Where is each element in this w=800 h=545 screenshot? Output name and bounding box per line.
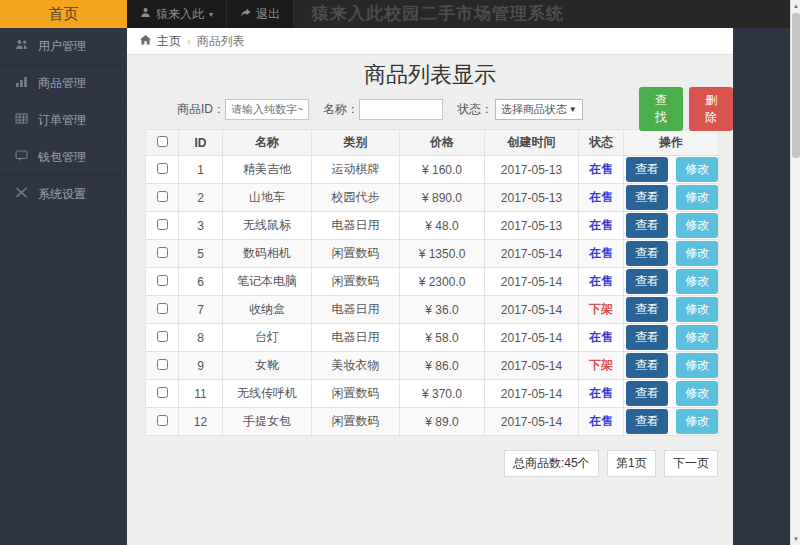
view-button[interactable]: 查看	[626, 185, 668, 210]
view-button[interactable]: 查看	[626, 213, 668, 238]
edit-button[interactable]: 修改	[676, 353, 718, 378]
status-select-value: 选择商品状态	[501, 102, 567, 117]
scroll-down-icon[interactable]: ▼	[791, 533, 800, 545]
search-button[interactable]: 查找	[639, 87, 683, 131]
nav-home-button[interactable]: 首页	[0, 0, 127, 28]
scrollbar-thumb[interactable]	[792, 13, 800, 158]
table-body: 1 精美吉他 运动棋牌 ¥ 160.0 2017-05-13 在售 查看 修改 …	[146, 156, 719, 436]
row-checkbox[interactable]	[157, 275, 168, 286]
sidebar-item-wallet[interactable]: 钱包管理	[0, 139, 127, 176]
goods-table: ID 名称 类别 价格 创建时间 状态 操作 1 精美吉他 运动棋牌 ¥ 160…	[145, 129, 719, 436]
user-dropdown[interactable]: 猿来入此 ▾	[127, 0, 227, 28]
scrollbar[interactable]: ▲ ▼	[790, 0, 800, 545]
cell-category: 电器日用	[312, 212, 400, 240]
cell-price: ¥ 86.0	[400, 352, 485, 380]
row-checkbox[interactable]	[157, 387, 168, 398]
header-actions: 操作	[624, 130, 719, 156]
header-category: 类别	[312, 130, 400, 156]
cell-id: 1	[179, 156, 223, 184]
cell-id: 11	[179, 380, 223, 408]
shuffle-icon	[15, 186, 28, 202]
nav-menu: 猿来入此 ▾ 退出	[127, 0, 294, 28]
table-row: 1 精美吉他 运动棋牌 ¥ 160.0 2017-05-13 在售 查看 修改	[146, 156, 719, 184]
select-all-checkbox[interactable]	[157, 136, 168, 147]
app-title: 猿来入此校园二手市场管理系统	[312, 0, 564, 28]
logout-button[interactable]: 退出	[227, 0, 294, 28]
sidebar-item-settings[interactable]: 系统设置	[0, 176, 127, 213]
cell-name: 无线传呼机	[223, 380, 312, 408]
cell-name: 收纳盒	[223, 296, 312, 324]
cell-price: ¥ 48.0	[400, 212, 485, 240]
edit-button[interactable]: 修改	[676, 325, 718, 350]
view-button[interactable]: 查看	[626, 157, 668, 182]
edit-button[interactable]: 修改	[676, 409, 718, 434]
table-row: 3 无线鼠标 电器日用 ¥ 48.0 2017-05-13 在售 查看 修改	[146, 212, 719, 240]
cell-created: 2017-05-14	[485, 268, 579, 296]
sidebar-item-label: 用户管理	[38, 38, 86, 55]
cell-id: 5	[179, 240, 223, 268]
sidebar-item-orders[interactable]: 订单管理	[0, 102, 127, 139]
page-title: 商品列表显示	[127, 62, 733, 88]
row-checkbox[interactable]	[157, 191, 168, 202]
edit-button[interactable]: 修改	[676, 213, 718, 238]
cell-price: ¥ 890.0	[400, 184, 485, 212]
row-checkbox[interactable]	[157, 415, 168, 426]
cell-name: 山地车	[223, 184, 312, 212]
next-page-button[interactable]: 下一页	[664, 450, 718, 477]
status-label: 状态：	[457, 101, 493, 118]
breadcrumb-home[interactable]: 主页	[157, 33, 181, 50]
scroll-up-icon[interactable]: ▲	[791, 0, 800, 12]
edit-button[interactable]: 修改	[676, 381, 718, 406]
row-checkbox[interactable]	[157, 359, 168, 370]
current-page-button[interactable]: 第1页	[607, 450, 656, 477]
sidebar-item-label: 订单管理	[38, 112, 86, 129]
edit-button[interactable]: 修改	[676, 297, 718, 322]
status-select[interactable]: 选择商品状态 ▼	[495, 99, 583, 120]
row-checkbox[interactable]	[157, 303, 168, 314]
row-checkbox[interactable]	[157, 163, 168, 174]
view-button[interactable]: 查看	[626, 297, 668, 322]
cell-created: 2017-05-13	[485, 156, 579, 184]
table-row: 6 笔记本电脑 闲置数码 ¥ 2300.0 2017-05-14 在售 查看 修…	[146, 268, 719, 296]
cell-name: 数码相机	[223, 240, 312, 268]
cell-name: 精美吉他	[223, 156, 312, 184]
view-button[interactable]: 查看	[626, 269, 668, 294]
breadcrumb: 主页 › 商品列表	[127, 28, 733, 55]
chart-icon	[15, 75, 28, 91]
sidebar-item-label: 钱包管理	[38, 149, 86, 166]
view-button[interactable]: 查看	[626, 409, 668, 434]
edit-button[interactable]: 修改	[676, 157, 718, 182]
cell-id: 12	[179, 408, 223, 436]
header-price: 价格	[400, 130, 485, 156]
view-button[interactable]: 查看	[626, 381, 668, 406]
status-label: 在售	[589, 274, 613, 288]
row-checkbox[interactable]	[157, 247, 168, 258]
cell-category: 电器日用	[312, 324, 400, 352]
product-id-input[interactable]	[225, 99, 309, 120]
name-label: 名称：	[323, 101, 359, 118]
row-checkbox[interactable]	[157, 331, 168, 342]
name-input[interactable]	[359, 99, 443, 120]
header-status: 状态	[579, 130, 624, 156]
edit-button[interactable]: 修改	[676, 241, 718, 266]
cell-name: 女靴	[223, 352, 312, 380]
edit-button[interactable]: 修改	[676, 269, 718, 294]
view-button[interactable]: 查看	[626, 353, 668, 378]
chevron-right-icon: ›	[187, 35, 191, 47]
delete-button[interactable]: 删除	[689, 87, 733, 131]
cell-price: ¥ 2300.0	[400, 268, 485, 296]
users-icon	[15, 38, 28, 54]
cell-category: 电器日用	[312, 296, 400, 324]
sidebar-item-goods[interactable]: 商品管理	[0, 65, 127, 102]
table-header-row: ID 名称 类别 价格 创建时间 状态 操作	[146, 130, 719, 156]
view-button[interactable]: 查看	[626, 241, 668, 266]
edit-button[interactable]: 修改	[676, 185, 718, 210]
row-checkbox[interactable]	[157, 219, 168, 230]
header-created: 创建时间	[485, 130, 579, 156]
sidebar-item-users[interactable]: 用户管理	[0, 28, 127, 65]
view-button[interactable]: 查看	[626, 325, 668, 350]
table-row: 11 无线传呼机 闲置数码 ¥ 370.0 2017-05-14 在售 查看 修…	[146, 380, 719, 408]
cell-created: 2017-05-13	[485, 184, 579, 212]
user-menu-label: 猿来入此	[156, 6, 204, 23]
status-label: 在售	[589, 414, 613, 428]
